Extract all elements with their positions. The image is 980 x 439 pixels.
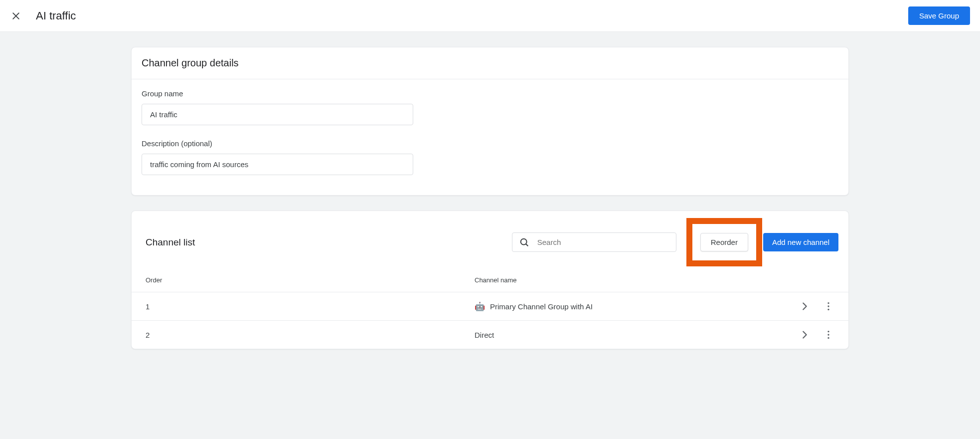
row-channel-name: Direct (475, 331, 494, 339)
svg-point-7 (827, 331, 829, 332)
table-row: 1 🤖 Primary Channel Group with AI (132, 292, 848, 320)
chevron-right-icon[interactable] (799, 300, 811, 312)
search-input[interactable] (512, 232, 676, 252)
group-name-input[interactable] (142, 104, 413, 125)
column-header-name: Channel name (475, 276, 785, 284)
row-channel-name: Primary Channel Group with AI (490, 302, 593, 311)
close-icon[interactable] (10, 10, 22, 22)
svg-point-4 (827, 302, 829, 304)
page-title: AI traffic (36, 9, 76, 22)
row-order: 2 (146, 331, 475, 339)
add-new-channel-button[interactable]: Add new channel (763, 233, 838, 251)
row-order: 1 (146, 302, 475, 311)
more-vert-icon[interactable] (822, 300, 834, 312)
svg-point-9 (827, 337, 829, 339)
table-header-row: Order Channel name (132, 273, 848, 292)
details-card-title: Channel group details (132, 47, 848, 79)
description-label: Description (optional) (142, 139, 838, 148)
group-name-label: Group name (142, 89, 838, 98)
reorder-highlight: Reorder (686, 218, 762, 266)
search-wrap (512, 232, 676, 252)
svg-point-8 (827, 334, 829, 335)
channel-list-card: Channel list Reorder Add new channel Ord… (131, 211, 849, 349)
more-vert-icon[interactable] (822, 329, 834, 341)
top-bar-left: AI traffic (10, 9, 76, 22)
chevron-right-icon[interactable] (799, 329, 811, 341)
channel-list-title: Channel list (146, 237, 195, 248)
details-card-body: Group name Description (optional) (132, 79, 848, 195)
description-input[interactable] (142, 154, 413, 175)
group-name-field: Group name (142, 89, 838, 125)
save-group-button[interactable]: Save Group (908, 6, 970, 25)
reorder-button[interactable]: Reorder (700, 233, 748, 251)
svg-point-6 (827, 309, 829, 310)
robot-icon: 🤖 (475, 301, 485, 312)
top-bar: AI traffic Save Group (0, 0, 980, 32)
channel-list-header: Channel list Reorder Add new channel (132, 211, 848, 273)
content-area: Channel group details Group name Descrip… (131, 32, 849, 379)
table-row: 2 Direct (132, 320, 848, 349)
svg-point-5 (827, 305, 829, 307)
column-header-order: Order (146, 276, 475, 284)
description-field: Description (optional) (142, 139, 838, 175)
details-card: Channel group details Group name Descrip… (131, 47, 849, 196)
